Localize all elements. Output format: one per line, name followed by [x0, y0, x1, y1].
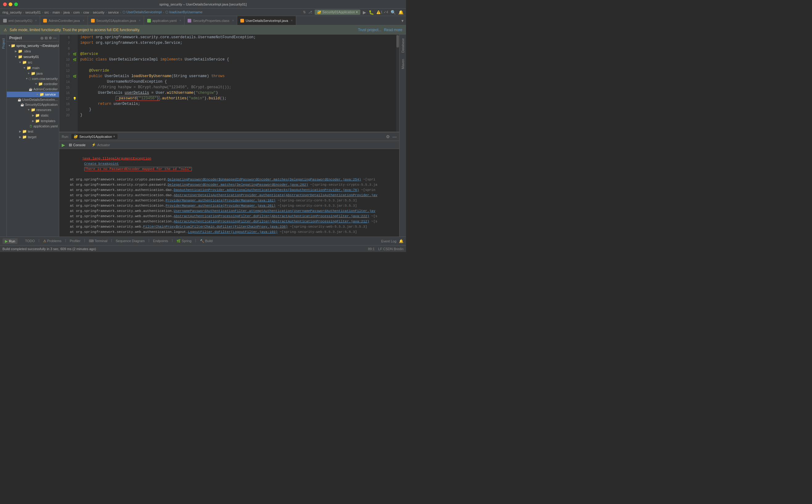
- problems-button[interactable]: ⚠ Problems: [41, 238, 64, 244]
- admin-controller-label: AdminController: [33, 87, 58, 91]
- tree-root[interactable]: ▼ 📁 spring_security ~/Desktop/cloud/spr.…: [7, 43, 59, 48]
- run-app-tab[interactable]: 🔐 Security01Application ×: [71, 134, 118, 139]
- tree-service[interactable]: ▼ 📁 service: [7, 92, 59, 97]
- terminal-icon: ⌨: [89, 239, 94, 243]
- folder-icon: 📁: [39, 92, 44, 97]
- minimize-icon[interactable]: —: [392, 134, 397, 139]
- hide-panel-icon[interactable]: —: [53, 36, 56, 40]
- settings-icon[interactable]: ⚙: [386, 134, 390, 139]
- create-breakpoint: [82, 162, 84, 166]
- project-panel-label[interactable]: Project: [2, 38, 5, 49]
- event-log-button[interactable]: Event Log: [381, 239, 396, 243]
- arrow-icon: ▼: [22, 66, 27, 69]
- arrow-icon: ▼: [18, 61, 22, 64]
- tree-controller[interactable]: ▼ 📁 controller: [7, 81, 59, 87]
- tab-actuator[interactable]: ⚡ Actuator: [89, 142, 112, 147]
- sequence-diagram-button[interactable]: Sequence Diagram: [113, 238, 147, 244]
- code-line-15: //String hashpw = BCrypt.hashpw("123456"…: [80, 85, 394, 90]
- debug-icon[interactable]: 🐛: [369, 10, 374, 15]
- run-button[interactable]: ▶ Run: [2, 238, 18, 244]
- tree-admin-controller[interactable]: ☕ AdminController: [7, 87, 59, 92]
- create-breakpoint-link[interactable]: Create breakpoint: [84, 162, 119, 166]
- code-content[interactable]: import org.springframework.security.core…: [78, 35, 396, 132]
- tab-close[interactable]: ×: [83, 19, 85, 22]
- arrow-icon: ▶: [18, 130, 22, 133]
- branch-icon[interactable]: ⎇: [308, 10, 312, 14]
- tab-userdetails-service[interactable]: UserDetailsServiceImpl.java ×: [237, 16, 296, 25]
- tree-app-yaml[interactable]: 🗒 application.yaml: [7, 124, 59, 129]
- build-button[interactable]: 🔨 Build: [197, 238, 215, 244]
- xml-icon: [3, 19, 7, 23]
- run-config-dropdown[interactable]: 🔐 Security01Application ▾: [315, 10, 360, 15]
- window-title: spring_security – UserDetailsServiceImpl…: [159, 2, 247, 6]
- safe-mode-banner: ⚠ Safe mode, limited functionality. Trus…: [0, 25, 406, 35]
- status-right-group: 89:1 LF CSDN Bredin: [368, 247, 404, 251]
- actuator-icon: ⚡: [92, 143, 96, 147]
- exception-type[interactable]: java.lang.IllegalArgumentException: [82, 157, 151, 160]
- line-numbers: 6 7 8 9 10 11 12 13 14 15 16 17 18 19: [59, 35, 72, 118]
- tab-close[interactable]: ×: [35, 19, 37, 22]
- tree-test[interactable]: ▶ 📁 test: [7, 129, 59, 134]
- read-more-button[interactable]: Read more: [384, 28, 402, 32]
- terminal-button[interactable]: ⌨ Terminal: [86, 238, 110, 244]
- java-file-icon: ☕: [20, 103, 24, 106]
- tab-close[interactable]: ×: [139, 19, 141, 22]
- sidebar-header: Project ◎ ⊟ ⚙ —: [7, 35, 59, 42]
- console-output[interactable]: java.lang.IllegalArgumentException Creat…: [59, 149, 399, 237]
- git-icon[interactable]: ⇅: [303, 10, 306, 14]
- scroll-thumb[interactable]: [396, 35, 399, 48]
- tree-java[interactable]: ▼ 📁 java: [7, 71, 59, 76]
- tab-close-icon[interactable]: ×: [113, 135, 115, 138]
- maximize-button[interactable]: [14, 2, 18, 6]
- tree-src[interactable]: ▼ 📁 src: [7, 60, 59, 65]
- sidebar-title: Project: [9, 36, 22, 40]
- project-tree: ▼ 📁 spring_security ~/Desktop/cloud/spr.…: [7, 42, 59, 237]
- tree-main[interactable]: ▼ 📁 main: [7, 65, 59, 71]
- tree-security01app[interactable]: ☕ Security01Application: [7, 102, 59, 107]
- stack-line-4: at org.springframework.security.authenti…: [62, 193, 397, 198]
- tree-templates[interactable]: ▶ 📁 templates: [7, 118, 59, 124]
- spring-button[interactable]: 🌿 Spring: [174, 238, 194, 244]
- tab-close[interactable]: ×: [291, 19, 293, 22]
- trust-project-button[interactable]: Trust project...: [358, 28, 381, 32]
- run-icon[interactable]: ▶: [363, 10, 366, 15]
- security01-label: security01: [23, 55, 39, 59]
- todo-button[interactable]: TODO: [23, 238, 37, 244]
- tree-idea[interactable]: ▶ 📁 .idea: [7, 48, 59, 54]
- tab-application-yaml[interactable]: application.yaml ×: [144, 16, 185, 25]
- tabs-overflow[interactable]: ▾: [399, 16, 406, 25]
- collapse-all-icon[interactable]: ⊟: [45, 36, 48, 40]
- database-panel-label[interactable]: Database: [401, 38, 405, 53]
- minimize-button[interactable]: [9, 2, 12, 6]
- tab-admin-controller[interactable]: AdminController.java ×: [40, 16, 88, 25]
- close-button[interactable]: [3, 2, 7, 6]
- tab-close[interactable]: ×: [180, 19, 181, 22]
- locate-icon[interactable]: ◎: [40, 36, 43, 40]
- tab-close[interactable]: ×: [232, 19, 234, 22]
- tab-security01app[interactable]: Security01Application.java ×: [88, 16, 144, 25]
- run-green-icon[interactable]: ▶: [62, 143, 65, 147]
- tab-console[interactable]: ▤ Console: [66, 142, 88, 147]
- maven-panel-label[interactable]: Maven: [401, 59, 405, 69]
- settings-icon[interactable]: ⚙: [49, 36, 52, 40]
- tree-package[interactable]: ▼ ⬡ com.csw.security: [7, 76, 59, 81]
- tree-resources[interactable]: ▼ 📁 resources: [7, 107, 59, 113]
- tab-security-properties[interactable]: SecurityProperties.class ×: [184, 16, 237, 25]
- cursor-position: 89:1: [368, 247, 375, 251]
- tab-xml[interactable]: xml (security01) ×: [0, 16, 40, 25]
- scroll-track[interactable]: [396, 35, 399, 132]
- profiler-button[interactable]: Profiler: [67, 238, 83, 244]
- endpoints-button[interactable]: Endpoints: [151, 238, 171, 244]
- code-line-12: @Override: [80, 68, 394, 73]
- tree-security01[interactable]: ▼ 📁 security01: [7, 54, 59, 60]
- tree-userdetails[interactable]: ☕ UserDetailsServiceIm...: [7, 97, 59, 102]
- tree-target[interactable]: ▶ 📁 target: [7, 134, 59, 140]
- bottom-tools: ⚙ —: [386, 134, 397, 139]
- stack-line-2: at org.springframework.security.crypto.p…: [62, 182, 397, 188]
- run-app-name: Security01Application: [79, 135, 112, 138]
- sidebar-icons: ◎ ⊟ ⚙ —: [40, 36, 56, 40]
- window-controls[interactable]: [3, 2, 18, 6]
- search-icon[interactable]: 🔍: [391, 10, 396, 15]
- notification-icon[interactable]: 🔔: [398, 10, 404, 15]
- tree-static[interactable]: ▶ 📁 static: [7, 113, 59, 118]
